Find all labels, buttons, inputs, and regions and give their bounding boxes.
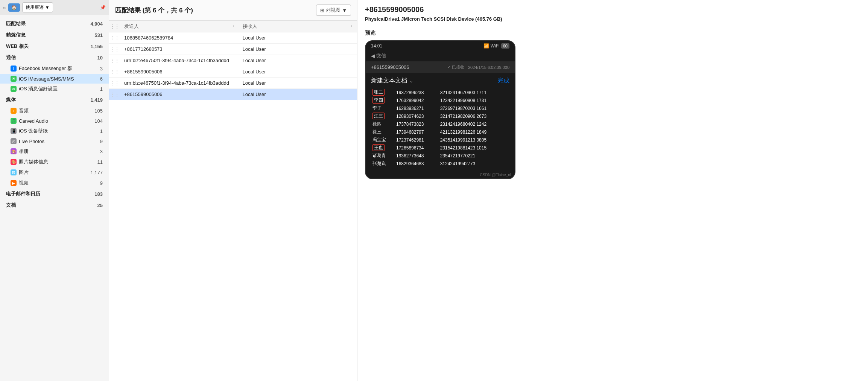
receiver-sort-icon[interactable]: ⋮	[350, 24, 353, 29]
highlighted-name-cell: 张二	[371, 88, 395, 96]
right-header: +8615599005006 PhysicalDrive1 JMicron Te…	[357, 0, 868, 25]
drag-handle: ⋮⋮	[109, 47, 120, 52]
msg-sender-phone: +8615599005006	[371, 64, 409, 70]
name-cell: 诸葛青	[371, 152, 395, 160]
drag-handle: ⋮⋮	[109, 58, 120, 63]
imessage-icon: ✉	[11, 76, 17, 82]
category-web-label: WEB 相关	[6, 43, 29, 50]
sub-item-left: f Facebook Messenger 群	[11, 65, 72, 72]
wallpaper-count: 1	[100, 128, 103, 134]
receiver-cell: Local User	[239, 69, 357, 75]
col2-cell: 12893074623	[395, 112, 439, 120]
name-cell: 徐四	[371, 120, 395, 128]
col2-cell: 16829364683	[395, 160, 439, 168]
back-arrow-phone: ◀	[371, 53, 375, 59]
category-comms[interactable]: 通信 10	[0, 52, 109, 63]
sidebar-item-wallpaper[interactable]: 📱 iOS 设备壁纸 1	[0, 126, 109, 136]
sidebar-item-images[interactable]: 🖼 图片 1,177	[0, 167, 109, 178]
phone-content: 新建文本文档 ⌄ 完成 张二 19372896238 3213241967090…	[366, 73, 515, 171]
category-comms-label: 通信	[6, 54, 16, 61]
phone-data-row: 张二 19372896238 32132419670903 1711	[371, 88, 509, 96]
table-row[interactable]: ⋮⋮ +8615599005006 Local User	[109, 66, 357, 78]
video-count: 9	[100, 180, 103, 186]
category-refine[interactable]: 精炼信息 531	[0, 29, 109, 41]
col3-cell: 31242419942773	[439, 160, 509, 168]
sidebar-item-carved-audio[interactable]: 🎵 Carved Audio 104	[0, 116, 109, 126]
back-arrow-icon[interactable]: «	[3, 5, 6, 11]
left-panel: « 🏠 使用痕迹 ▼ 📌 匹配结果 4,904 精炼信息 531 WEB 相关 …	[0, 0, 109, 381]
phone-data-row: 李子 16283936271 37269719870203 1661	[371, 104, 509, 112]
sidebar-item-video[interactable]: ▶ 视频 9	[0, 178, 109, 188]
category-refine-label: 精炼信息	[6, 32, 26, 38]
photo-meta-label: 照片媒体信息	[19, 158, 48, 165]
table-row[interactable]: ⋮⋮ 106858746062589784 Local User	[109, 32, 357, 44]
phone-data-row: 王也 17265896734 23154219881423 1015	[371, 144, 509, 152]
status-time: 14:01	[371, 43, 382, 49]
sidebar-item-facebook[interactable]: f Facebook Messenger 群 3	[0, 63, 109, 74]
match-title: 匹配结果 (第 6 个，共 6 个)	[115, 6, 193, 15]
phone-data-row: 张楚岚 16829364683 31242419942773	[371, 160, 509, 168]
sender-label: 发送人	[124, 23, 139, 30]
dropdown-doc-icon: ⌄	[409, 78, 413, 84]
wallpaper-label: iOS 设备壁纸	[19, 128, 48, 134]
wifi-icon: WiFi	[491, 43, 500, 49]
category-match[interactable]: 匹配结果 4,904	[0, 18, 109, 29]
images-icon: 🖼	[11, 169, 17, 175]
category-media[interactable]: 媒体 1,419	[0, 94, 109, 105]
category-email[interactable]: 电子邮件和日历 183	[0, 188, 109, 200]
sub-item-left-audio: ♪ 音频	[11, 107, 29, 114]
phone-nav-bar: ◀ 微信	[366, 51, 515, 61]
sidebar-item-live-photos[interactable]: ◎ Live Photos 9	[0, 136, 109, 146]
sidebar-item-photo-meta[interactable]: 🎨 照片媒体信息 11	[0, 157, 109, 167]
live-photos-label: Live Photos	[19, 139, 44, 144]
dropdown-arrow-icon: ▼	[342, 8, 347, 13]
receiver-label: 接收人	[243, 23, 257, 30]
device-info: PhysicalDrive1 JMicron Tech SCSI Disk De…	[365, 16, 860, 22]
receiver-cell: Local User	[239, 35, 357, 41]
video-icon: ▶	[11, 180, 17, 186]
view-button[interactable]: ⊞ 列视图 ▼	[316, 5, 351, 16]
table-row[interactable]: ⋮⋮ urn:biz:e46750f1-3f94-4aba-73ca-1c14f…	[109, 55, 357, 66]
sidebar-item-imessage[interactable]: ✉ iOS iMessage/SMS/MMS 6	[0, 74, 109, 84]
drag-handle: ⋮⋮	[109, 92, 120, 97]
category-media-count: 1,419	[90, 97, 103, 103]
wallpaper-icon: 📱	[11, 128, 17, 134]
live-photos-icon: ◎	[11, 138, 17, 144]
category-email-label: 电子邮件和日历	[6, 190, 40, 197]
doc-title: 新建文本文档 ⌄	[371, 77, 413, 85]
middle-header: 匹配结果 (第 6 个，共 6 个) ⊞ 列视图 ▼	[109, 0, 357, 21]
sender-sort-icon[interactable]: ⋮	[231, 24, 235, 29]
imessage-count: 6	[100, 76, 103, 82]
table-row[interactable]: ⋮⋮ urn:biz:e46750f1-3f94-4aba-73ca-1c14f…	[109, 78, 357, 89]
col2-cell: 19362773648	[395, 152, 439, 160]
done-button[interactable]: 完成	[497, 77, 509, 85]
category-web[interactable]: WEB 相关 1,155	[0, 41, 109, 52]
msg-meta: ✓ 已接收 2024/1/15 6:02:39.000	[447, 64, 509, 70]
sidebar-item-album[interactable]: 🎨 相册 3	[0, 146, 109, 157]
facebook-count: 3	[100, 66, 103, 72]
sub-item-left-carved: 🎵 Carved Audio	[11, 118, 48, 124]
table-row[interactable]: ⋮⋮ +8615599005006 Local User	[109, 89, 357, 100]
usage-button[interactable]: 使用痕迹 ▼	[22, 2, 53, 12]
category-media-label: 媒体	[6, 96, 16, 103]
drag-handle-header: ⋮⋮	[109, 24, 120, 29]
category-comms-count: 10	[97, 55, 103, 61]
category-docs[interactable]: 文档 25	[0, 200, 109, 211]
sub-item-left-wallpaper: 📱 iOS 设备壁纸	[11, 128, 48, 134]
audio-count: 105	[94, 108, 103, 114]
carved-label: Carved Audio	[19, 118, 48, 124]
category-docs-label: 文档	[6, 202, 16, 209]
facebook-label: Facebook Messenger 群	[19, 65, 72, 72]
sidebar-item-ios-msg-pref[interactable]: ✉ iOS 消息偏好设置 1	[0, 84, 109, 94]
col2-cell: 19372896238	[395, 88, 439, 96]
sidebar-item-audio[interactable]: ♪ 音频 105	[0, 105, 109, 116]
audio-label: 音频	[19, 107, 29, 114]
photo-meta-icon: 🎨	[11, 159, 17, 165]
facebook-icon: f	[11, 66, 17, 72]
receiver-cell: Local User	[239, 80, 357, 86]
col3-cell: 32147219820906 2673	[439, 112, 509, 120]
home-button[interactable]: 🏠	[8, 3, 20, 12]
table-row[interactable]: ⋮⋮ +8617712680573 Local User	[109, 44, 357, 55]
sub-item-left-ios-msg: ✉ iOS 消息偏好设置	[11, 85, 58, 92]
receiver-cell: Local User	[239, 91, 357, 97]
